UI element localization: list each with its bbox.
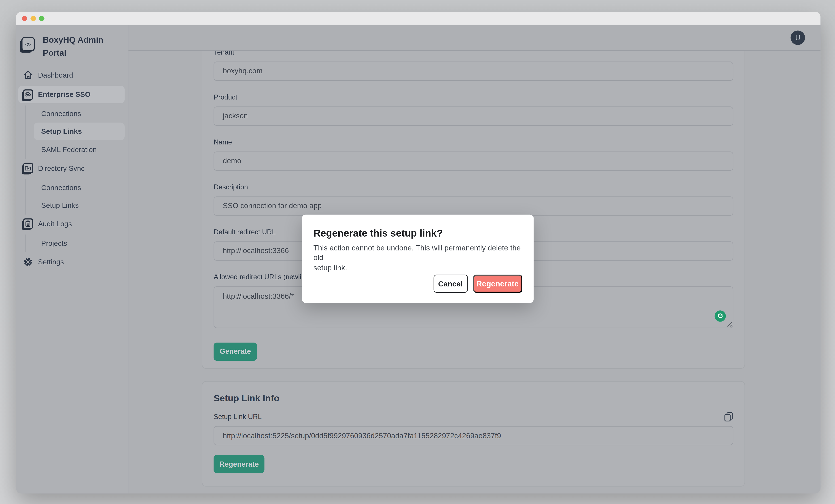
user-avatar[interactable]: U xyxy=(791,30,805,45)
sidebar-item-sso-connections[interactable]: Connections xyxy=(18,105,124,122)
tenant-label: Tenant xyxy=(213,51,733,56)
confirm-regenerate-button[interactable]: Regenerate xyxy=(473,274,522,293)
allowed-redirect-urls-value: http://localhost:3366/* xyxy=(223,292,294,300)
sidebar-item-dashboard[interactable]: Dashboard xyxy=(18,66,124,84)
regenerate-confirm-dialog: Regenerate this setup link? This action … xyxy=(302,215,533,303)
minimize-window-icon[interactable] xyxy=(30,16,36,21)
description-input[interactable]: SSO connection for demo app xyxy=(213,196,733,215)
sidebar-item-settings[interactable]: Settings xyxy=(18,253,124,270)
top-bar: U xyxy=(128,25,820,51)
textarea-resize-handle[interactable] xyxy=(727,321,732,327)
generate-button[interactable]: Generate xyxy=(213,342,257,360)
clipboard-icon xyxy=(22,218,34,230)
sidebar-item-projects[interactable]: Projects xyxy=(18,234,124,252)
product-label: Product xyxy=(213,94,733,101)
product-input[interactable]: jackson xyxy=(213,106,733,125)
window-titlebar xyxy=(16,12,821,25)
brand-title: BoxyHQ Admin Portal xyxy=(43,34,103,59)
sidebar-item-dsync-setup-links[interactable]: Setup Links xyxy=(18,196,124,214)
brand: </> BoxyHQ Admin Portal xyxy=(21,34,103,59)
cancel-button[interactable]: Cancel xyxy=(433,274,468,293)
regenerate-button[interactable]: Regenerate xyxy=(213,455,264,473)
sidebar-item-dsync-connections[interactable]: Connections xyxy=(18,178,124,196)
grammarly-icon[interactable]: G xyxy=(715,310,726,321)
zoom-window-icon[interactable] xyxy=(39,16,44,21)
boxyhq-logo-icon: </> xyxy=(21,37,35,52)
folder-icon xyxy=(22,162,34,174)
name-label: Name xyxy=(213,138,733,146)
sidebar-item-enterprise-sso[interactable]: Enterprise SSO xyxy=(18,86,124,103)
close-window-icon[interactable] xyxy=(22,16,27,21)
home-icon xyxy=(22,69,34,81)
description-label: Description xyxy=(213,183,733,191)
setup-link-form-card: Tenant boxyhq.com Product jackson Name d… xyxy=(202,51,745,369)
setup-link-url-label: Setup Link URL xyxy=(213,413,733,421)
dialog-actions: Cancel Regenerate xyxy=(433,274,522,293)
sidebar-item-directory-sync[interactable]: Directory Sync xyxy=(18,159,124,177)
sidebar-item-saml-federation[interactable]: SAML Federation xyxy=(18,140,124,158)
sso-cloud-icon xyxy=(22,88,34,100)
dialog-title: Regenerate this setup link? xyxy=(313,227,522,239)
name-input[interactable]: demo xyxy=(213,151,733,170)
desktop: </> BoxyHQ Admin Portal Dashboard xyxy=(0,0,835,504)
sidebar-item-audit-logs[interactable]: Audit Logs xyxy=(18,215,124,233)
sidebar: </> BoxyHQ Admin Portal Dashboard xyxy=(16,25,128,493)
gear-icon xyxy=(22,256,34,268)
copy-icon[interactable] xyxy=(724,412,733,422)
app-window: </> BoxyHQ Admin Portal Dashboard xyxy=(16,12,821,493)
sidebar-item-sso-setup-links[interactable]: Setup Links xyxy=(34,123,125,140)
setup-link-url-input[interactable]: http://localhost:5225/setup/0dd5f9929760… xyxy=(213,426,733,445)
setup-link-info-card: Setup Link Info Setup Link URL http://lo… xyxy=(202,381,745,487)
dialog-body: This action cannot be undone. This will … xyxy=(313,243,522,273)
setup-link-info-title: Setup Link Info xyxy=(213,393,733,404)
tenant-input[interactable]: boxyhq.com xyxy=(213,61,733,80)
